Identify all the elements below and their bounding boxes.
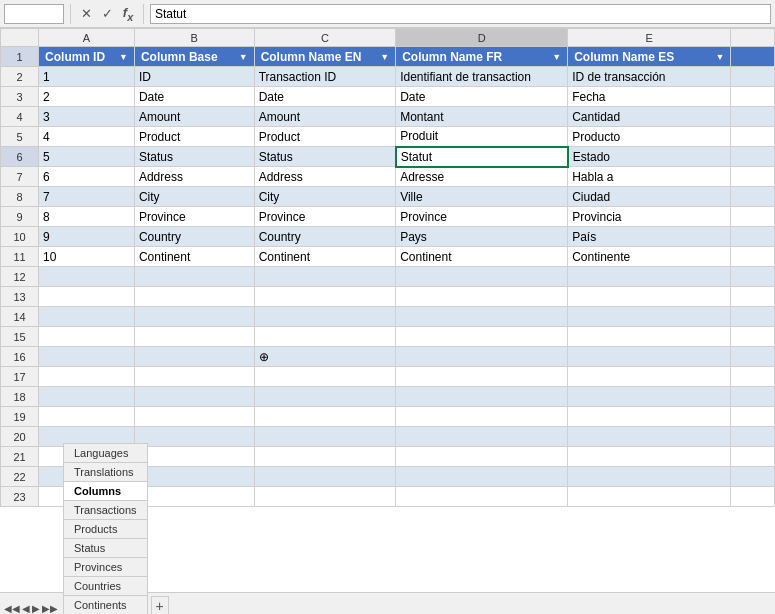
cell-a10[interactable]: 9 bbox=[39, 227, 135, 247]
cell-c8[interactable]: City bbox=[254, 187, 396, 207]
cell-a16[interactable] bbox=[39, 347, 135, 367]
confirm-icon[interactable]: ✓ bbox=[98, 6, 116, 21]
cell-b1[interactable]: Column Base▼ bbox=[134, 47, 254, 67]
cell-c20[interactable] bbox=[254, 427, 396, 447]
cell-a19[interactable] bbox=[39, 407, 135, 427]
cell-b7[interactable]: Address bbox=[134, 167, 254, 187]
cell-e20[interactable] bbox=[568, 427, 731, 447]
cell-d23[interactable] bbox=[396, 487, 568, 507]
cell-d14[interactable] bbox=[396, 307, 568, 327]
cell-d21[interactable] bbox=[396, 447, 568, 467]
cell-c3[interactable]: Date bbox=[254, 87, 396, 107]
cell-b5[interactable]: Product bbox=[134, 127, 254, 147]
cell-b21[interactable] bbox=[134, 447, 254, 467]
cell-e5[interactable]: Producto bbox=[568, 127, 731, 147]
add-sheet-button[interactable]: + bbox=[151, 596, 169, 614]
cell-a18[interactable] bbox=[39, 387, 135, 407]
cell-d20[interactable] bbox=[396, 427, 568, 447]
cell-e13[interactable] bbox=[568, 287, 731, 307]
cell-e23[interactable] bbox=[568, 487, 731, 507]
cell-c19[interactable] bbox=[254, 407, 396, 427]
cell-d5[interactable]: Produit bbox=[396, 127, 568, 147]
cell-b13[interactable] bbox=[134, 287, 254, 307]
cell-c15[interactable] bbox=[254, 327, 396, 347]
cell-c10[interactable]: Country bbox=[254, 227, 396, 247]
cell-d9[interactable]: Province bbox=[396, 207, 568, 227]
cell-c14[interactable] bbox=[254, 307, 396, 327]
cell-b9[interactable]: Province bbox=[134, 207, 254, 227]
cell-d10[interactable]: Pays bbox=[396, 227, 568, 247]
cell-a4[interactable]: 3 bbox=[39, 107, 135, 127]
cell-b10[interactable]: Country bbox=[134, 227, 254, 247]
cell-e2[interactable]: ID de transacción bbox=[568, 67, 731, 87]
cell-e1[interactable]: Column Name ES▼ bbox=[568, 47, 731, 67]
cell-b14[interactable] bbox=[134, 307, 254, 327]
cell-a8[interactable]: 7 bbox=[39, 187, 135, 207]
tab-continents[interactable]: Continents bbox=[63, 595, 148, 614]
cell-e3[interactable]: Fecha bbox=[568, 87, 731, 107]
cell-e21[interactable] bbox=[568, 447, 731, 467]
cell-b15[interactable] bbox=[134, 327, 254, 347]
cell-c11[interactable]: Continent bbox=[254, 247, 396, 267]
cell-b22[interactable] bbox=[134, 467, 254, 487]
cell-c4[interactable]: Amount bbox=[254, 107, 396, 127]
col-header-a[interactable]: A bbox=[39, 29, 135, 47]
cell-e19[interactable] bbox=[568, 407, 731, 427]
cell-b11[interactable]: Continent bbox=[134, 247, 254, 267]
cell-a14[interactable] bbox=[39, 307, 135, 327]
cell-e12[interactable] bbox=[568, 267, 731, 287]
cell-a3[interactable]: 2 bbox=[39, 87, 135, 107]
cell-d6[interactable]: Statut bbox=[396, 147, 568, 167]
col-header-b[interactable]: B bbox=[134, 29, 254, 47]
formula-input[interactable] bbox=[150, 4, 771, 24]
cell-d7[interactable]: Adresse bbox=[396, 167, 568, 187]
cell-c16[interactable]: ⊕ bbox=[254, 347, 396, 367]
cancel-icon[interactable]: ✕ bbox=[77, 6, 95, 21]
cell-a7[interactable]: 6 bbox=[39, 167, 135, 187]
cell-d22[interactable] bbox=[396, 467, 568, 487]
cell-b20[interactable] bbox=[134, 427, 254, 447]
cell-e8[interactable]: Ciudad bbox=[568, 187, 731, 207]
cell-c1[interactable]: Column Name EN▼ bbox=[254, 47, 396, 67]
cell-e10[interactable]: País bbox=[568, 227, 731, 247]
cell-d13[interactable] bbox=[396, 287, 568, 307]
cell-e6[interactable]: Estado bbox=[568, 147, 731, 167]
cell-c13[interactable] bbox=[254, 287, 396, 307]
cell-a5[interactable]: 4 bbox=[39, 127, 135, 147]
cell-c18[interactable] bbox=[254, 387, 396, 407]
tab-nav-next[interactable]: ▶ bbox=[32, 603, 40, 614]
cell-e7[interactable]: Habla a bbox=[568, 167, 731, 187]
cell-c9[interactable]: Province bbox=[254, 207, 396, 227]
cell-b18[interactable] bbox=[134, 387, 254, 407]
tab-languages[interactable]: Languages bbox=[63, 443, 148, 462]
cell-c5[interactable]: Product bbox=[254, 127, 396, 147]
cell-d12[interactable] bbox=[396, 267, 568, 287]
cell-a1[interactable]: Column ID▼ bbox=[39, 47, 135, 67]
cell-d11[interactable]: Continent bbox=[396, 247, 568, 267]
tab-countries[interactable]: Countries bbox=[63, 576, 148, 595]
cell-b4[interactable]: Amount bbox=[134, 107, 254, 127]
tab-products[interactable]: Products bbox=[63, 519, 148, 538]
cell-d15[interactable] bbox=[396, 327, 568, 347]
cell-c2[interactable]: Transaction ID bbox=[254, 67, 396, 87]
cell-b12[interactable] bbox=[134, 267, 254, 287]
cell-a6[interactable]: 5 bbox=[39, 147, 135, 167]
cell-e11[interactable]: Continente bbox=[568, 247, 731, 267]
tab-provinces[interactable]: Provinces bbox=[63, 557, 148, 576]
col-header-c[interactable]: C bbox=[254, 29, 396, 47]
cell-d2[interactable]: Identifiant de transaction bbox=[396, 67, 568, 87]
tab-transactions[interactable]: Transactions bbox=[63, 500, 148, 519]
col-header-e[interactable]: E bbox=[568, 29, 731, 47]
tab-translations[interactable]: Translations bbox=[63, 462, 148, 481]
cell-b19[interactable] bbox=[134, 407, 254, 427]
tab-status[interactable]: Status bbox=[63, 538, 148, 557]
cell-b6[interactable]: Status bbox=[134, 147, 254, 167]
name-box[interactable] bbox=[4, 4, 64, 24]
cell-c17[interactable] bbox=[254, 367, 396, 387]
cell-e4[interactable]: Cantidad bbox=[568, 107, 731, 127]
cell-a9[interactable]: 8 bbox=[39, 207, 135, 227]
cell-c23[interactable] bbox=[254, 487, 396, 507]
cell-d18[interactable] bbox=[396, 387, 568, 407]
cell-c6[interactable]: Status bbox=[254, 147, 396, 167]
cell-e9[interactable]: Provincia bbox=[568, 207, 731, 227]
